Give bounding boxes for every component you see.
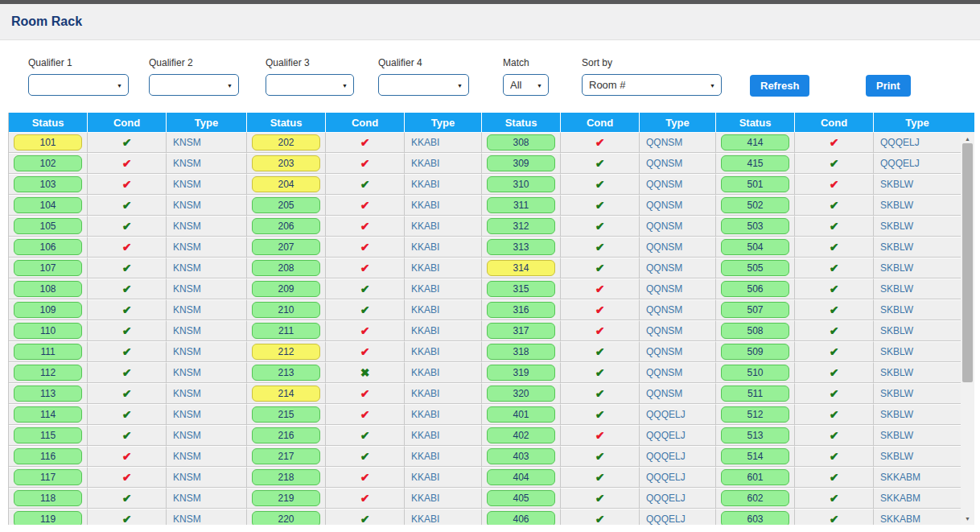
scrollbar-track[interactable]: ▲ ▼ [961, 132, 974, 525]
room-status-button[interactable]: 309 [487, 155, 555, 171]
room-status-button[interactable]: 315 [487, 281, 555, 297]
vertical-scrollbar[interactable]: ▲ ▼ [961, 113, 974, 525]
room-status-button[interactable]: 218 [252, 469, 320, 485]
match-select[interactable]: All [503, 74, 549, 96]
qualifier4-select[interactable] [378, 74, 469, 96]
room-status-button[interactable]: 110 [14, 323, 82, 339]
room-status-button[interactable]: 501 [721, 176, 789, 192]
green-check-icon: ✔ [595, 158, 605, 169]
room-status-button[interactable]: 215 [252, 406, 320, 423]
room-status-button[interactable]: 106 [14, 239, 82, 255]
room-status-button[interactable]: 212 [252, 344, 320, 360]
room-type-label: KKABI [405, 383, 482, 404]
room-status-button[interactable]: 117 [14, 469, 82, 485]
room-status-button[interactable]: 320 [487, 386, 555, 402]
room-status-button[interactable]: 114 [14, 406, 82, 423]
scroll-down-icon[interactable]: ▼ [961, 512, 974, 525]
room-status-button[interactable]: 111 [14, 344, 82, 360]
column-header-type: Type [874, 113, 961, 132]
room-status-button[interactable]: 101 [14, 134, 82, 151]
room-status-button[interactable]: 601 [721, 469, 789, 485]
qualifier3-select[interactable] [266, 74, 354, 96]
room-status-button[interactable]: 508 [721, 323, 789, 339]
room-status-button[interactable]: 512 [721, 406, 789, 423]
room-status-button[interactable]: 102 [14, 155, 82, 171]
room-status-button[interactable]: 103 [14, 176, 82, 192]
room-status-button[interactable]: 219 [252, 490, 320, 506]
room-status-button[interactable]: 513 [721, 427, 789, 443]
room-status-button[interactable]: 113 [14, 386, 82, 402]
room-status-button[interactable]: 205 [252, 197, 320, 213]
room-status-button[interactable]: 310 [487, 176, 555, 192]
room-status-button[interactable]: 402 [487, 427, 555, 443]
room-status-button[interactable]: 415 [721, 155, 789, 171]
room-status-button[interactable]: 107 [14, 260, 82, 276]
column-header-cond: Cond [561, 113, 640, 132]
room-status-button[interactable]: 217 [252, 448, 320, 464]
room-status-button[interactable]: 208 [252, 260, 320, 276]
room-status-button[interactable]: 108 [14, 281, 82, 297]
room-status-button[interactable]: 308 [487, 134, 555, 151]
room-status-button[interactable]: 204 [252, 176, 320, 192]
room-status-button[interactable]: 216 [252, 427, 320, 443]
room-status-button[interactable]: 316 [487, 302, 555, 318]
room-status-button[interactable]: 405 [487, 490, 555, 506]
room-status-button[interactable]: 502 [721, 197, 789, 213]
cond-cell: ✔ [326, 320, 405, 341]
room-status-button[interactable]: 404 [487, 469, 555, 485]
green-check-icon: ✔ [595, 513, 605, 525]
sort-by-select[interactable]: Room # [582, 74, 722, 96]
room-status-button[interactable]: 105 [14, 218, 82, 234]
room-status-button[interactable]: 209 [252, 281, 320, 297]
room-status-button[interactable]: 112 [14, 365, 82, 381]
room-status-button[interactable]: 118 [14, 490, 82, 506]
room-status-button[interactable]: 603 [721, 511, 789, 525]
room-status-button[interactable]: 202 [252, 134, 320, 151]
room-status-button[interactable]: 403 [487, 448, 555, 464]
room-status-button[interactable]: 312 [487, 218, 555, 234]
room-status-button[interactable]: 319 [487, 365, 555, 381]
room-type-label: KNSM [167, 446, 247, 467]
room-status-button[interactable]: 505 [721, 260, 789, 276]
room-status-button[interactable]: 206 [252, 218, 320, 234]
room-status-button[interactable]: 213 [252, 365, 320, 381]
room-status-button[interactable]: 511 [721, 386, 789, 402]
room-status-button[interactable]: 109 [14, 302, 82, 318]
room-status-button[interactable]: 214 [252, 386, 320, 402]
room-status-button[interactable]: 207 [252, 239, 320, 255]
room-status-button[interactable]: 115 [14, 427, 82, 443]
qualifier2-select[interactable] [149, 74, 239, 96]
qualifier1-select[interactable] [28, 74, 129, 96]
room-status-button[interactable]: 116 [14, 448, 82, 464]
room-status-button[interactable]: 313 [487, 239, 555, 255]
room-status-button[interactable]: 119 [14, 511, 82, 525]
room-status-button[interactable]: 220 [252, 511, 320, 525]
room-status-button[interactable]: 507 [721, 302, 789, 318]
refresh-button[interactable]: Refresh [750, 75, 809, 97]
room-status-button[interactable]: 210 [252, 302, 320, 318]
room-status-button[interactable]: 509 [721, 344, 789, 360]
print-button[interactable]: Print [866, 75, 911, 97]
room-status-button[interactable]: 414 [721, 134, 789, 151]
room-status-button[interactable]: 317 [487, 323, 555, 339]
room-status-button[interactable]: 211 [252, 323, 320, 339]
room-status-button[interactable]: 104 [14, 197, 82, 213]
room-rack-table: StatusCondTypeStatusCondTypeStatusCondTy… [8, 113, 974, 525]
room-status-button[interactable]: 506 [721, 281, 789, 297]
room-type-label: KKABI [405, 258, 482, 278]
red-check-icon: ✔ [360, 409, 370, 420]
room-status-button[interactable]: 504 [721, 239, 789, 255]
room-status-button[interactable]: 503 [721, 218, 789, 234]
room-status-button[interactable]: 401 [487, 406, 555, 423]
room-status-button[interactable]: 406 [487, 511, 555, 525]
scrollbar-thumb[interactable] [962, 143, 973, 382]
room-status-button[interactable]: 514 [721, 448, 789, 464]
room-status-button[interactable]: 510 [721, 365, 789, 381]
room-status-button[interactable]: 203 [252, 155, 320, 171]
room-status-button[interactable]: 311 [487, 197, 555, 213]
room-status-button[interactable]: 602 [721, 490, 789, 506]
cond-cell: ✔ [561, 320, 640, 341]
room-status-button[interactable]: 318 [487, 344, 555, 360]
green-check-icon: ✔ [595, 200, 605, 211]
room-status-button[interactable]: 314 [487, 260, 555, 276]
